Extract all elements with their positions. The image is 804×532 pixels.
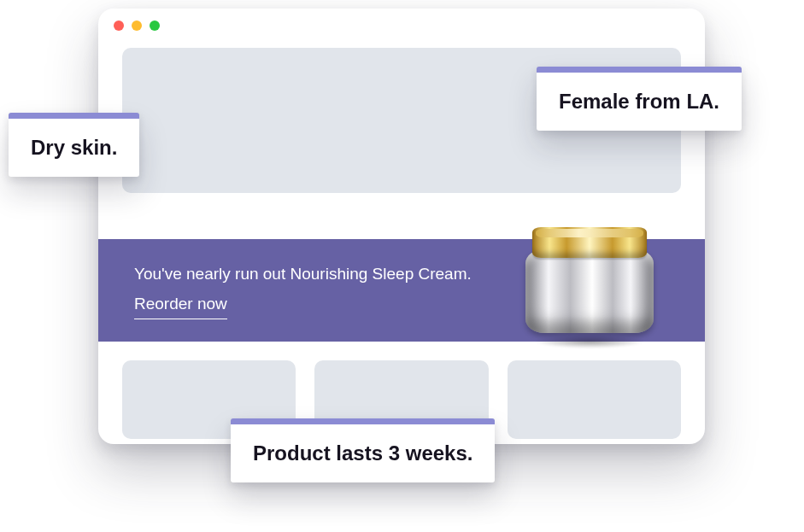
reorder-banner: You've nearly run out Nourishing Sleep C… [98, 239, 705, 342]
callout-text: Product lasts 3 weeks. [253, 441, 472, 465]
callout-lasts-3-weeks: Product lasts 3 weeks. [231, 418, 495, 482]
card-placeholder [508, 360, 681, 439]
banner-message: You've nearly run out Nourishing Sleep C… [134, 265, 472, 283]
zoom-icon[interactable] [150, 20, 160, 31]
titlebar [98, 9, 705, 43]
minimize-icon[interactable] [132, 20, 142, 31]
callout-dry-skin: Dry skin. [9, 113, 139, 177]
close-icon[interactable] [114, 20, 124, 31]
callout-female-la: Female from LA. [537, 67, 742, 131]
product-jar-icon [525, 224, 654, 343]
reorder-link[interactable]: Reorder now [134, 291, 227, 319]
callout-text: Female from LA. [559, 90, 719, 113]
callout-text: Dry skin. [31, 136, 117, 159]
